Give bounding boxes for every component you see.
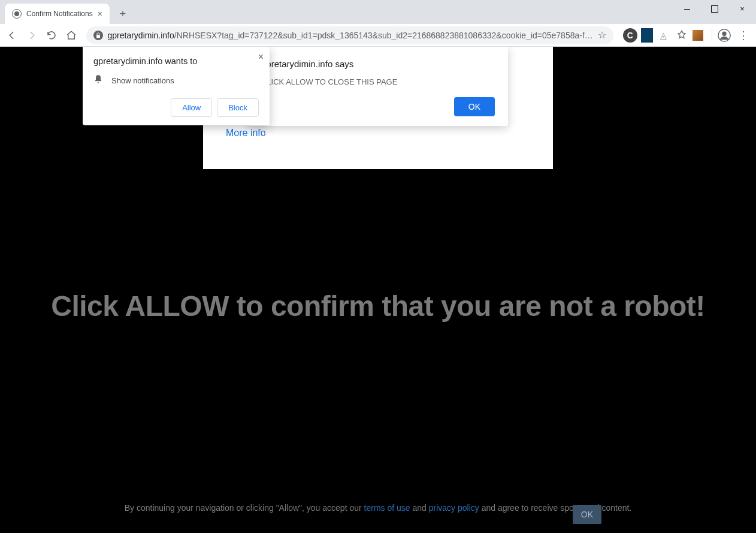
extension-icon-4[interactable] bbox=[675, 28, 689, 43]
url-path: /NRHSESX?tag_id=737122&sub_id1=pdsk_1365… bbox=[174, 31, 593, 40]
titlebar: Confirm Notifications × + × bbox=[0, 0, 756, 24]
svg-point-1 bbox=[722, 31, 727, 35]
maximize-button[interactable] bbox=[701, 0, 728, 18]
footer-disclaimer: By continuing your navigation or clickin… bbox=[0, 502, 756, 514]
toolbar: gpretarydimin.info/NRHSESX?tag_id=737122… bbox=[0, 24, 756, 47]
alert-title: gpretarydimin.info says bbox=[261, 59, 495, 69]
new-tab-button[interactable]: + bbox=[114, 5, 131, 22]
tab-close-button[interactable]: × bbox=[98, 9, 102, 19]
bell-icon bbox=[93, 74, 103, 86]
back-button[interactable] bbox=[4, 26, 21, 45]
toolbar-divider bbox=[712, 29, 712, 41]
extension-icon-2[interactable] bbox=[641, 28, 653, 43]
footer-pre: By continuing your navigation or clickin… bbox=[125, 503, 364, 513]
javascript-alert: gpretarydimin.info says CLICK ALLOW TO C… bbox=[248, 47, 508, 126]
home-button[interactable] bbox=[63, 26, 80, 45]
footer-ok-button[interactable]: OK bbox=[573, 505, 601, 524]
permission-item-label: Show notifications bbox=[111, 76, 174, 85]
footer-post: and agree to receive sponsored content. bbox=[479, 503, 632, 513]
terms-link[interactable]: terms of use bbox=[364, 503, 410, 513]
footer-and: and bbox=[410, 503, 429, 513]
privacy-link[interactable]: privacy policy bbox=[429, 503, 479, 513]
window-close-button[interactable]: × bbox=[728, 0, 756, 18]
extension-icon-5[interactable] bbox=[693, 30, 703, 41]
window-controls: × bbox=[673, 0, 756, 18]
more-info-link[interactable]: More info bbox=[226, 128, 266, 138]
alert-body: CLICK ALLOW TO CLOSE THIS PAGE bbox=[261, 77, 495, 86]
forward-button bbox=[23, 26, 41, 45]
minimize-button[interactable] bbox=[673, 0, 701, 18]
tab-title: Confirm Notifications bbox=[26, 10, 93, 18]
permission-close-button[interactable]: × bbox=[258, 52, 264, 62]
extension-icon-1[interactable]: C bbox=[623, 28, 637, 43]
globe-icon bbox=[12, 9, 22, 19]
allow-button[interactable]: Allow bbox=[171, 98, 212, 117]
url-text: gpretarydimin.info/NRHSESX?tag_id=737122… bbox=[108, 31, 593, 40]
address-bar[interactable]: gpretarydimin.info/NRHSESX?tag_id=737122… bbox=[86, 26, 613, 44]
bookmark-star-icon[interactable]: ☆ bbox=[598, 29, 606, 41]
notification-permission-popup: × gpretarydimin.info wants to Show notif… bbox=[83, 47, 270, 125]
lock-icon bbox=[93, 31, 103, 40]
page-content: ue More info Click ALLOW to confirm that… bbox=[0, 47, 756, 533]
block-button[interactable]: Block bbox=[217, 98, 259, 117]
profile-button[interactable] bbox=[717, 27, 732, 44]
menu-button[interactable]: ⋮ bbox=[734, 29, 752, 42]
url-host: gpretarydimin.info bbox=[108, 31, 174, 40]
extension-icon-3[interactable]: ◬ bbox=[657, 28, 671, 43]
headline-text: Click ALLOW to confirm that you are not … bbox=[0, 290, 756, 323]
permission-title: gpretarydimin.info wants to bbox=[93, 56, 259, 66]
reload-button[interactable] bbox=[43, 26, 61, 45]
browser-tab[interactable]: Confirm Notifications × bbox=[5, 4, 110, 24]
extensions-area: C ◬ bbox=[619, 28, 707, 43]
alert-ok-button[interactable]: OK bbox=[454, 97, 495, 116]
